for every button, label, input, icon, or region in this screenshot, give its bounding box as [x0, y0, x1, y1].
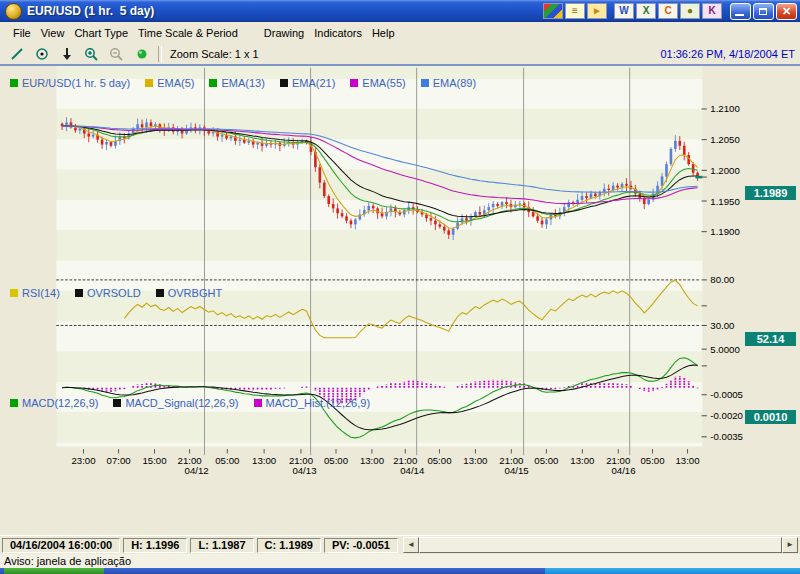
menu-bar: File View Chart Type Time Scale & Period… [0, 22, 800, 44]
series-swatch [113, 399, 121, 407]
application-window: { "window": { "title": "EUR/USD (1 hr. 5… [0, 0, 800, 574]
taskbar-strip-blue [545, 568, 800, 574]
legend-item: OVRBGHT [156, 287, 222, 299]
series-swatch [254, 399, 262, 407]
zoom-scale-label: Zoom Scale: 1 x 1 [170, 48, 259, 60]
series-swatch [10, 399, 18, 407]
svg-text:05:00: 05:00 [215, 455, 239, 466]
svg-text:13:00: 13:00 [360, 455, 384, 466]
series-swatch [145, 79, 153, 87]
toolbar: Zoom Scale: 1 x 1 01:36:26 PM, 4/18/2004… [0, 44, 800, 64]
series-swatch [209, 79, 217, 87]
bar-low: L: 1.1987 [190, 538, 253, 553]
close-button[interactable]: ✕ [776, 3, 797, 20]
legend-item: RSI(14) [10, 287, 60, 299]
svg-text:13:00: 13:00 [463, 455, 487, 466]
zoom-in-icon[interactable] [79, 45, 104, 63]
restore-button[interactable] [753, 3, 774, 20]
svg-text:05:00: 05:00 [640, 455, 664, 466]
legend-item: EMA(55) [350, 77, 405, 89]
notes-icon[interactable]: ≡ [565, 3, 585, 19]
svg-text:04/12: 04/12 [185, 465, 209, 476]
arrow-down-tool-icon[interactable] [54, 45, 79, 63]
office-grid-icon[interactable] [543, 3, 563, 19]
open-folder-icon[interactable]: ► [587, 3, 607, 19]
series-swatch [421, 79, 429, 87]
taskbar-strip [0, 568, 800, 574]
title-bar[interactable]: EUR/USD (1 hr. 5 day) ≡ ► W X C ● K ✕ [0, 0, 800, 22]
toolbar-separator [158, 46, 162, 62]
legend-label: EMA(21) [292, 77, 335, 89]
menu-help[interactable]: Help [367, 24, 400, 42]
chart-canvas[interactable]: 1.21001.20501.20001.19501.190080.0030.00… [0, 66, 800, 535]
menu-file[interactable]: File [8, 24, 36, 42]
menu-indicators[interactable]: Indicators [309, 24, 367, 42]
schedule-icon[interactable]: ● [680, 3, 700, 19]
svg-text:05:00: 05:00 [534, 455, 558, 466]
chart-stripes [56, 66, 702, 446]
legend-label: MACD_Hist.(12,26,9) [266, 397, 371, 409]
svg-text:-0.0035: -0.0035 [710, 431, 743, 442]
svg-text:13:00: 13:00 [570, 455, 594, 466]
legend-item: MACD_Signal(12,26,9) [113, 397, 238, 409]
legend-label: EMA(5) [157, 77, 194, 89]
svg-text:5.0000: 5.0000 [710, 344, 739, 355]
svg-text:05:00: 05:00 [324, 455, 348, 466]
svg-text:-0.0020: -0.0020 [710, 410, 743, 421]
legend-label: EMA(55) [362, 77, 405, 89]
legend-label: EMA(13) [221, 77, 264, 89]
legend-item: MACD_Hist.(12,26,9) [254, 397, 371, 409]
svg-text:80.00: 80.00 [710, 274, 734, 285]
legend-item: OVRSOLD [75, 287, 141, 299]
bar-close: C: 1.1989 [257, 538, 321, 553]
svg-text:30.00: 30.00 [710, 320, 734, 331]
bar-high: H: 1.1996 [123, 538, 187, 553]
restore-icon [759, 8, 767, 15]
quick-launch-tray: ≡ ► W X C ● K [541, 3, 722, 19]
word-icon[interactable]: W [614, 3, 634, 19]
menu-time-scale[interactable]: Time Scale & Period [133, 24, 243, 42]
legend-item: MACD(12,26,9) [10, 397, 98, 409]
legend-label: MACD_Signal(12,26,9) [125, 397, 238, 409]
scroll-left-arrow[interactable]: ◄ [403, 537, 419, 553]
point-tool-icon[interactable] [29, 45, 54, 63]
macd-legend: MACD(12,26,9) MACD_Signal(12,26,9) MACD_… [10, 397, 370, 409]
svg-text:-0.0005: -0.0005 [710, 389, 743, 400]
svg-text:07:00: 07:00 [107, 455, 131, 466]
svg-text:1.2100: 1.2100 [710, 103, 739, 114]
bar-pv: PV: -0.0051 [324, 538, 398, 553]
access-key-icon[interactable]: K [702, 3, 722, 19]
status-bar: 04/16/2004 16:00:00 H: 1.1996 L: 1.1987 … [0, 535, 800, 554]
taskbar-strip-green [4, 568, 104, 574]
svg-text:1.2000: 1.2000 [710, 165, 739, 176]
svg-text:05:00: 05:00 [427, 455, 451, 466]
outlook-icon[interactable]: C [658, 3, 678, 19]
series-swatch [10, 79, 18, 87]
svg-text:04/13: 04/13 [292, 465, 316, 476]
minimize-button[interactable] [730, 3, 751, 20]
menu-drawing[interactable]: Drawing [259, 24, 309, 42]
trendline-tool-icon[interactable] [4, 45, 29, 63]
server-clock: 01:36:26 PM, 4/18/2004 ET [660, 48, 795, 60]
bar-timestamp: 04/16/2004 16:00:00 [2, 538, 120, 553]
svg-text:23:00: 23:00 [71, 455, 95, 466]
scroll-thumb[interactable] [419, 537, 782, 553]
scroll-right-arrow[interactable]: ► [782, 537, 798, 553]
menu-chart-type[interactable]: Chart Type [69, 24, 133, 42]
excel-icon[interactable]: X [636, 3, 656, 19]
legend-label: EMA(89) [433, 77, 476, 89]
legend-label: RSI(14) [22, 287, 60, 299]
rsi-value-tag: 52.14 [745, 332, 796, 346]
minimize-icon [735, 14, 744, 16]
app-logo-icon [5, 3, 22, 20]
legend-item: EMA(13) [209, 77, 264, 89]
series-swatch [156, 289, 164, 297]
legend-item: EMA(89) [421, 77, 476, 89]
zoom-out-icon[interactable] [104, 45, 129, 63]
menu-view[interactable]: View [36, 24, 70, 42]
svg-text:04/15: 04/15 [505, 465, 529, 476]
window-title: EUR/USD (1 hr. 5 day) [27, 4, 154, 18]
record-dot-icon[interactable] [129, 45, 154, 63]
series-swatch [280, 79, 288, 87]
legend-label: MACD(12,26,9) [22, 397, 98, 409]
